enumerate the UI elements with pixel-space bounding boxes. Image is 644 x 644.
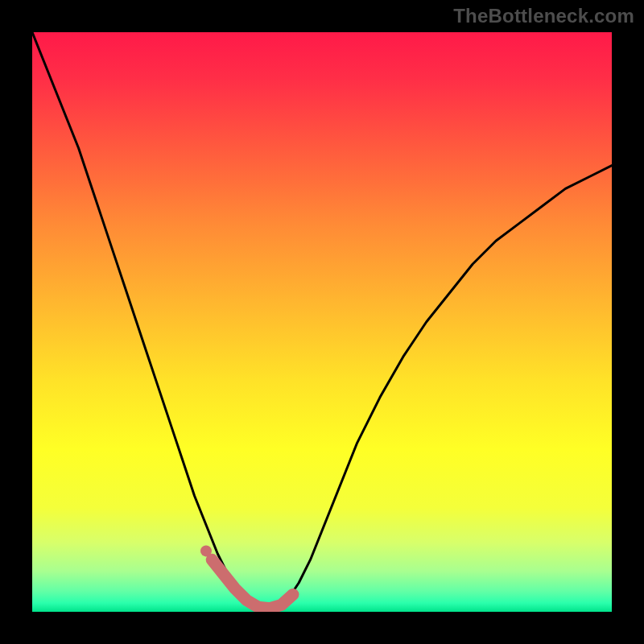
optimal-range-dot	[200, 545, 212, 556]
chart-frame: TheBottleneck.com	[0, 0, 644, 644]
curve-layer	[32, 32, 612, 612]
plot-area	[32, 32, 612, 612]
optimal-range-highlight	[212, 559, 293, 608]
watermark-text: TheBottleneck.com	[453, 5, 634, 27]
bottleneck-curve	[32, 32, 612, 610]
watermark: TheBottleneck.com	[453, 5, 634, 27]
